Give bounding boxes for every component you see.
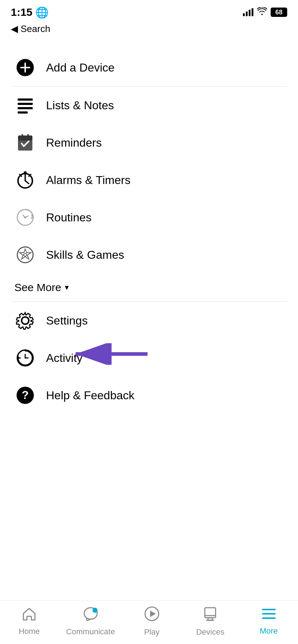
more-icon [261, 607, 276, 624]
signal-bar-2 [246, 12, 248, 16]
svg-point-21 [24, 253, 27, 256]
home-icon [22, 607, 36, 624]
menu-list: Add a Device Lists & Notes Reminders [0, 49, 298, 414]
svg-marker-33 [150, 611, 156, 617]
settings-icon [14, 310, 36, 331]
battery-value: 68 [275, 9, 283, 16]
lists-notes-label: Lists & Notes [46, 99, 114, 112]
see-more-label: See More [14, 281, 61, 294]
lists-icon [14, 95, 36, 116]
see-more-button[interactable]: See More ▾ [0, 273, 298, 302]
back-label: ◀ Search [11, 23, 50, 34]
svg-rect-5 [18, 107, 33, 109]
reminders-label: Reminders [46, 136, 102, 150]
svg-rect-6 [18, 111, 28, 114]
svg-rect-3 [18, 98, 33, 101]
svg-point-22 [22, 317, 29, 324]
svg-rect-16 [24, 171, 27, 173]
svg-point-31 [92, 608, 98, 613]
skills-games-label: Skills & Games [46, 248, 124, 262]
communicate-icon [83, 607, 98, 624]
lists-notes-item[interactable]: Lists & Notes [0, 87, 298, 124]
bottom-nav: Home Communicate Play [0, 600, 298, 644]
status-time: 1:15 🌐 [11, 6, 49, 19]
alarms-icon [14, 169, 36, 191]
activity-item[interactable]: Activity [0, 339, 298, 377]
add-device-icon [14, 57, 36, 78]
alarms-timers-item[interactable]: Alarms & Timers [0, 161, 298, 199]
routines-label: Routines [46, 211, 91, 224]
nav-more[interactable]: More [247, 607, 290, 636]
svg-marker-20 [19, 249, 31, 259]
home-label: Home [19, 627, 40, 636]
svg-line-13 [25, 181, 29, 184]
svg-text:?: ? [22, 388, 29, 401]
nav-home[interactable]: Home [8, 607, 51, 636]
communicate-label: Communicate [66, 627, 115, 636]
devices-icon [203, 606, 218, 625]
back-nav[interactable]: ◀ Search [0, 22, 298, 42]
settings-label: Settings [46, 314, 88, 327]
skills-icon [14, 244, 36, 266]
time-text: 1:15 [11, 6, 32, 18]
skills-games-item[interactable]: Skills & Games [0, 236, 298, 273]
svg-rect-34 [205, 608, 216, 618]
activity-label: Activity [46, 351, 82, 365]
settings-item[interactable]: Settings [0, 302, 298, 339]
more-label: More [260, 626, 278, 636]
status-bar: 1:15 🌐 68 [0, 0, 298, 22]
svg-rect-8 [18, 135, 32, 141]
nav-devices[interactable]: Devices [189, 606, 232, 637]
wifi-icon [257, 7, 267, 17]
status-icons: 68 [243, 7, 287, 17]
help-icon: ? [14, 385, 36, 406]
help-feedback-item[interactable]: ? Help & Feedback [0, 377, 298, 414]
svg-rect-4 [18, 103, 33, 105]
signal-bars [243, 8, 253, 16]
alarms-timers-label: Alarms & Timers [46, 174, 131, 187]
play-icon [144, 606, 159, 625]
chevron-down-icon: ▾ [65, 283, 69, 292]
signal-bar-1 [243, 13, 245, 16]
routines-icon [14, 207, 36, 228]
add-device-item[interactable]: Add a Device [0, 49, 298, 86]
signal-bar-3 [249, 10, 250, 16]
globe-icon: 🌐 [35, 6, 49, 19]
help-feedback-label: Help & Feedback [46, 389, 134, 402]
play-label: Play [144, 627, 159, 637]
nav-communicate[interactable]: Communicate [66, 607, 115, 636]
reminders-icon [14, 132, 36, 153]
nav-play[interactable]: Play [130, 606, 173, 637]
add-device-label: Add a Device [46, 61, 114, 74]
svg-rect-9 [22, 134, 23, 138]
reminders-item[interactable]: Reminders [0, 124, 298, 161]
svg-rect-10 [27, 134, 29, 138]
activity-icon [14, 347, 36, 369]
devices-label: Devices [196, 627, 224, 637]
battery-indicator: 68 [271, 8, 287, 17]
routines-item[interactable]: Routines [0, 199, 298, 236]
signal-bar-4 [252, 8, 253, 16]
